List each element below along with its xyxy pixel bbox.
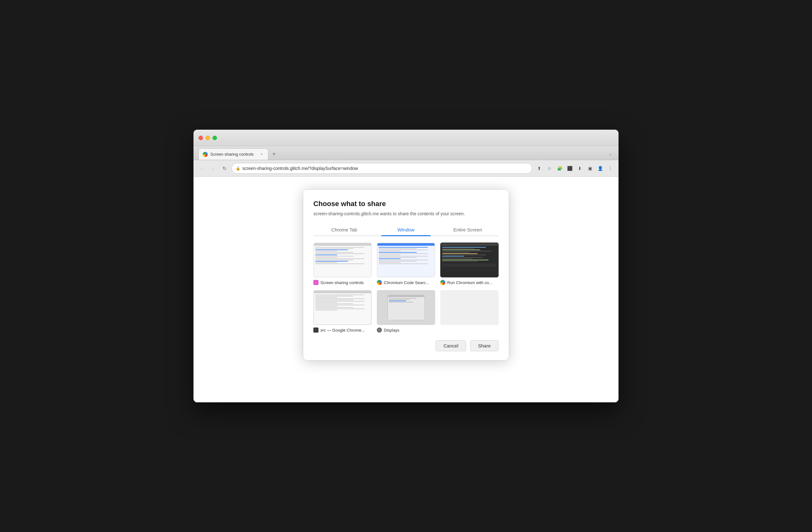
- thumb-line: [379, 253, 428, 254]
- forward-button[interactable]: ›: [209, 164, 218, 173]
- thumb-body-2: [377, 246, 435, 277]
- thumb-body-3: [441, 246, 498, 277]
- thumb-line: [442, 261, 478, 262]
- thumb-bar-1: [314, 243, 371, 246]
- thumb-line: [315, 297, 337, 298]
- thumb-line: [442, 247, 486, 248]
- window-label-2: Chromium Code Searc...: [377, 280, 435, 285]
- tab-close-button[interactable]: ×: [259, 152, 264, 157]
- profile-icon[interactable]: 👤: [596, 164, 605, 173]
- minimize-button[interactable]: [205, 136, 210, 140]
- refresh-button[interactable]: ↻: [220, 164, 229, 173]
- window-thumb-3[interactable]: [440, 242, 498, 277]
- window-item-screen-sharing[interactable]: Screen sharing controls: [314, 242, 372, 285]
- thumb-body-1: [314, 246, 371, 277]
- bookmark-icon[interactable]: ☆: [545, 164, 554, 173]
- thumb-line: [379, 251, 401, 251]
- thumb-line: [442, 250, 480, 250]
- split-view-icon[interactable]: ▣: [585, 164, 594, 173]
- thumb-line: [442, 248, 475, 249]
- tab-chrome-tab[interactable]: Chrome Tab: [314, 224, 375, 236]
- thumb-nested-inner: [388, 295, 425, 320]
- tab-entire-screen[interactable]: Entire Screen: [437, 224, 498, 236]
- thumb-body-4: [314, 293, 371, 324]
- thumb-line: [379, 258, 401, 259]
- tab-menu-button[interactable]: ⌄: [607, 150, 613, 159]
- thumb-line: [442, 264, 497, 267]
- tab-title: Screen sharing controls: [210, 152, 257, 157]
- window-item-chromium-search[interactable]: Chromium Code Searc...: [377, 242, 435, 285]
- extensions-icon[interactable]: 🧩: [555, 164, 564, 173]
- window-favicon-code-icon: ⬛: [314, 327, 318, 332]
- thumb-line: [315, 309, 364, 309]
- thumb-line: [315, 258, 364, 259]
- window-item-src[interactable]: ⬛ src — Google Chrome...: [314, 290, 372, 332]
- tab-bar: Screen sharing controls × + ⌄: [193, 146, 619, 160]
- share-icon[interactable]: ⬆: [535, 164, 543, 173]
- window-label-text-4: src — Google Chrome...: [320, 328, 365, 332]
- window-label-text-2: Chromium Code Searc...: [384, 280, 429, 285]
- dialog-title: Choose what to share: [314, 200, 498, 208]
- thumb-line: [389, 298, 417, 299]
- url-bar[interactable]: 🔒 screen-sharing-controls.glitch.me/?dis…: [232, 163, 532, 174]
- maximize-button[interactable]: [213, 136, 217, 140]
- browser-tab[interactable]: Screen sharing controls ×: [199, 148, 269, 160]
- thumb-line: [315, 248, 353, 249]
- cancel-button[interactable]: Cancel: [435, 340, 466, 351]
- thumb-line: [442, 260, 489, 260]
- thumb-line: [315, 250, 348, 250]
- window-item-run-chromium[interactable]: Run Chromium with co...: [440, 242, 498, 285]
- thumb-line: [379, 250, 428, 250]
- window-thumb-1[interactable]: [314, 242, 372, 277]
- thumb-line: [379, 260, 428, 260]
- window-label-text-1: Screen sharing controls: [320, 280, 364, 285]
- thumb-line: [389, 300, 406, 301]
- thumb-line: [315, 300, 353, 300]
- window-thumb-5[interactable]: [377, 290, 435, 325]
- cast-icon[interactable]: ⬛: [565, 164, 574, 173]
- window-favicon-glitch-icon: [314, 280, 318, 285]
- window-favicon-chrome-icon-2: [377, 280, 382, 285]
- windows-grid-row2: ⬛ src — Google Chrome...: [314, 290, 498, 332]
- window-favicon-displays-icon: [377, 327, 382, 332]
- download-icon[interactable]: ⬇: [575, 164, 584, 173]
- new-tab-button[interactable]: +: [270, 150, 278, 159]
- tab-window[interactable]: Window: [375, 224, 437, 236]
- thumb-line: [442, 251, 491, 251]
- thumb-line: [315, 261, 348, 262]
- thumb-line: [315, 295, 364, 295]
- window-label-5: Displays: [377, 327, 435, 332]
- back-button[interactable]: ‹: [197, 164, 206, 173]
- share-button[interactable]: Share: [470, 340, 498, 351]
- thumb-line: [442, 258, 472, 259]
- window-thumb-4[interactable]: [314, 290, 372, 325]
- title-bar: [193, 130, 619, 146]
- thumb-line: [379, 247, 428, 248]
- thumb-line: [379, 252, 417, 253]
- window-label-text-3: Run Chromium with co...: [447, 280, 492, 285]
- window-thumb-2[interactable]: [377, 242, 435, 277]
- thumb-line: [315, 253, 364, 254]
- thumb-line: [442, 252, 469, 253]
- close-button[interactable]: [199, 136, 203, 140]
- mac-window: Screen sharing controls × + ⌄ ‹ › ↻ 🔒 sc…: [193, 130, 619, 402]
- thumb-line: [379, 261, 417, 262]
- window-label-4: ⬛ src — Google Chrome...: [314, 327, 372, 332]
- dialog-overlay: Choose what to share screen-sharing-cont…: [206, 189, 606, 360]
- thumb-line: [315, 262, 337, 263]
- thumb-line: [442, 253, 478, 254]
- window-item-empty: [440, 290, 498, 332]
- thumb-line: [379, 257, 417, 258]
- thumb-bar-3: [441, 243, 498, 246]
- window-item-displays[interactable]: Displays: [377, 290, 435, 332]
- thumb-line: [315, 251, 337, 251]
- toolbar-icons: ⬆ ☆ 🧩 ⬛ ⬇ ▣ 👤 ⋮: [535, 164, 615, 173]
- address-bar: ‹ › ↻ 🔒 screen-sharing-controls.glitch.m…: [193, 160, 619, 177]
- menu-icon[interactable]: ⋮: [606, 164, 615, 173]
- share-tabs: Chrome Tab Window Entire Screen: [314, 224, 498, 236]
- window-thumb-empty: [440, 290, 498, 325]
- thumb-line: [315, 307, 353, 308]
- thumb-line: [442, 256, 464, 256]
- thumb-line: [315, 302, 337, 303]
- window-label-1: Screen sharing controls: [314, 280, 372, 285]
